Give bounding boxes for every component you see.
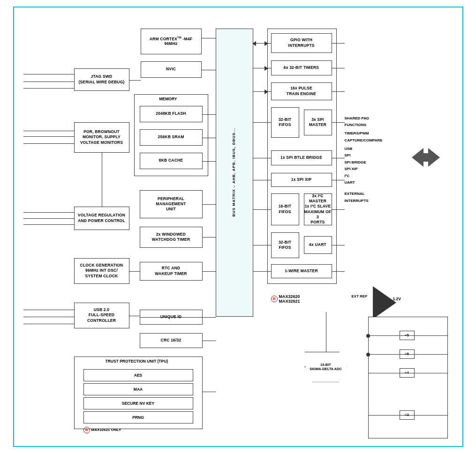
line-jtag-3: [23, 88, 74, 89]
line-clock-rtc: [129, 271, 140, 272]
ext-ref-triangle: [368, 289, 401, 314]
dot-1: [366, 334, 370, 338]
line-jtag-2: [23, 82, 74, 82]
line-jtag-arm: [129, 80, 141, 81]
watchdog-block: 2x WINDOWEDWATCHDOG TIMER: [140, 227, 203, 248]
sram-block: 256KB SRAM: [140, 129, 203, 146]
line-spixip-out: [332, 180, 345, 181]
arr-pulse-r: [264, 89, 268, 94]
arr-timer-r: [264, 66, 268, 71]
line-bus-spixip: [253, 180, 271, 181]
cache-block: 8KB CACHE: [140, 153, 203, 169]
line-cache-bus: [203, 161, 216, 162]
line-adc-v: [326, 312, 327, 352]
arr-gpio-r: [264, 41, 268, 46]
line-bus-timers: [253, 68, 271, 69]
line-por-vreg: [102, 153, 103, 207]
flash-block: 2048KB FLASH: [140, 106, 203, 122]
grid-line-2: [368, 354, 448, 355]
line-adc-h: [305, 352, 326, 353]
rtc-block: RTC ANDWAKEUP TIMER: [140, 262, 203, 281]
line-tpu-bus: [203, 392, 216, 393]
line-jtag-1: [23, 74, 74, 75]
pmu-block: PERIPHERALMANAGEMENTUNIT: [140, 190, 203, 218]
maxim-logo-tpu: XI: [83, 427, 90, 433]
dot-2: [366, 353, 370, 356]
line-usb-3: [23, 324, 74, 325]
arm-cortex-block: ARM CORTEXTM -M4F96MHz: [141, 29, 202, 54]
line-pulse-out: [332, 91, 345, 92]
tpu-label: TRUST PROTECTION UNIT (TPU): [106, 359, 168, 364]
ext-ref-label: EXT REF: [352, 294, 368, 298]
line-usb-bus: [129, 316, 140, 317]
line-i2c-out: [332, 209, 345, 210]
line-uid-bus: [203, 317, 216, 318]
secure-nv-block: SECURE NV KEY: [83, 397, 193, 409]
crc-block: CRC 16/32: [140, 333, 203, 348]
voltage-reg-block: VOLTAGE REGULATIONAND POWER CONTROL: [74, 207, 129, 230]
line-vreg-3: [23, 224, 74, 225]
line-vreg-1: [23, 212, 74, 213]
grid-line-1: [368, 335, 448, 336]
line-por-3: [23, 143, 74, 144]
line-por-1: [23, 131, 74, 132]
line-timers-out: [332, 68, 345, 69]
line-nvic-bus: [202, 70, 216, 71]
line-bus-spibtle: [253, 158, 271, 159]
line-usb-2: [23, 317, 74, 318]
line-bus-i2c: [253, 209, 271, 210]
por-block: POR, BROWNOUTMONITOR, SUPPLYVOLTAGE MONI…: [74, 122, 129, 153]
usb-block: USB 2.0FULL-SPEEDCONTROLLER: [74, 303, 129, 328]
aes-block: AES: [83, 369, 193, 381]
line-usb-1: [23, 310, 74, 311]
line-rtc-bus: [203, 271, 216, 272]
main-container: ARM CORTEXTM -M4F96MHz NVIC JTAG SWD(SER…: [0, 0, 476, 453]
line-spi-out: [332, 122, 345, 123]
line-pmu-bus: [203, 204, 216, 205]
adc-block: 10-BITSIGMA-DELTA ADC: [305, 352, 347, 382]
line-bus-onewire: [253, 271, 271, 272]
maa-block: MAA: [83, 383, 193, 395]
block-diagram: ARM CORTEXTM -M4F96MHz NVIC JTAG SWD(SER…: [13, 7, 463, 447]
line-crc-bus: [203, 341, 216, 342]
line-bus-pulse: [253, 91, 271, 92]
shared-pad-section: SHARED PADFUNCTIONS TIMERS/PWMCAPTURE/CO…: [345, 115, 383, 205]
line-bus-spi: [253, 122, 271, 123]
line-arm-bus: [202, 38, 216, 39]
arr-gpio-l: [252, 41, 256, 46]
clock-gen-block: CLOCK GENERATION96MHz INT OSC/SYSTEM CLO…: [74, 258, 129, 284]
grid-line-4: [368, 415, 448, 416]
bus-matrix-block: BUS MATRIX – AHB, APB, IBUS, DBUS...: [216, 29, 253, 317]
nvic-block: NVIC: [141, 61, 202, 78]
line-spibtle-out: [332, 158, 345, 159]
line-onewire-out: [332, 271, 345, 272]
maxim-logo-main: XI: [271, 296, 278, 302]
line-por-2: [23, 136, 74, 137]
line-watchdog-bus: [203, 237, 216, 238]
max32620-label: XI MAX32620MAX32621: [271, 294, 300, 304]
peripherals-outer-block: [267, 29, 337, 284]
line-sram-bus: [203, 138, 216, 139]
line-bus-uart: [253, 245, 271, 246]
line-flash-bus: [203, 114, 216, 115]
grid-line-3: [368, 373, 448, 374]
vref-label: 1.2V: [393, 297, 401, 301]
line-uart-out: [332, 245, 345, 246]
jtag-block: JTAG SWD(SERIAL WIRE DEBUG): [74, 68, 129, 91]
max32621-only-label: XI MAX32621 ONLY: [83, 427, 121, 433]
memory-label: MEMORY: [159, 97, 177, 101]
line-gpio-out: [332, 43, 345, 44]
shared-pad-arrow: [412, 148, 440, 167]
prng-block: PRNG: [83, 411, 193, 423]
line-vreg-2: [23, 218, 74, 219]
